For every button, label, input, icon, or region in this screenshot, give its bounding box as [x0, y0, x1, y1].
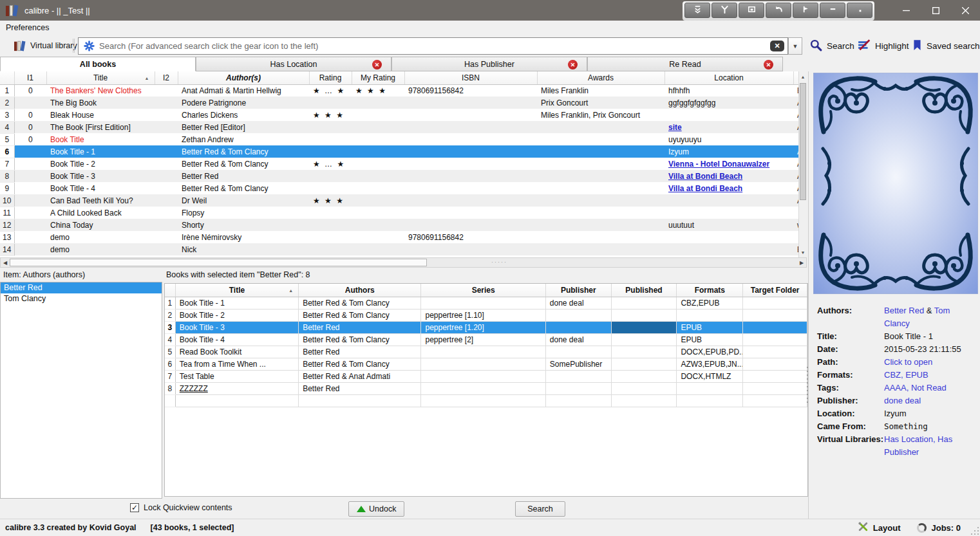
chevrons-down-button[interactable] [684, 3, 710, 18]
location-link[interactable]: Vienna - Hotel Donauwalzer [668, 160, 769, 169]
quickview-row[interactable]: 2Book Title - 2Better Red & Tom Clancype… [165, 309, 807, 321]
location-link[interactable]: Villa at Bondi Beach [668, 172, 742, 181]
quickview-row[interactable]: 8ZZZZZZBetter Red [165, 382, 807, 394]
horizontal-scrollbar[interactable]: ◀ ▶ ····· [0, 257, 807, 268]
cell-title: The Bankers' New Clothes [46, 84, 155, 97]
table-row[interactable]: 7Book Title - 2Better Red & Tom Clancy★ … [0, 158, 798, 170]
maximize-button[interactable] [921, 0, 950, 21]
close-button[interactable] [950, 0, 980, 21]
column-header-i1[interactable]: I1 [14, 71, 46, 84]
column-header-awards[interactable]: Awards [537, 71, 664, 84]
qv-column-header-blank[interactable] [165, 284, 175, 297]
table-row[interactable]: 10Can Bad Teeth Kill You?Dr Weil★ ★ ★A [0, 194, 798, 207]
dash-button[interactable] [820, 3, 845, 18]
tab-has-location[interactable]: Has Location✕ [196, 57, 391, 71]
window-button[interactable] [739, 3, 764, 18]
highlight-button[interactable]: Highlight [858, 37, 909, 55]
tab-close-icon[interactable]: ✕ [568, 60, 578, 69]
column-header-title[interactable]: Title▲ [46, 71, 155, 84]
list-item[interactable]: Tom Clancy [1, 293, 162, 304]
search-input[interactable] [99, 41, 770, 51]
metadata-link[interactable]: Has Location, Has Publisher [884, 434, 952, 457]
quickview-row[interactable]: 4Book Title - 4Better Red & Tom Clancype… [165, 333, 807, 346]
qv-column-header-published[interactable]: Published [611, 284, 677, 297]
virtual-library-button[interactable]: Virtual library [3, 37, 82, 54]
tab-has-publisher[interactable]: Has Publisher✕ [391, 57, 587, 71]
table-row[interactable]: 40The Book [First Edition]Better Red [Ed… [0, 121, 798, 133]
qv-column-header-authors[interactable]: Authors [299, 284, 421, 297]
cell-published [611, 309, 677, 321]
dot-button[interactable] [847, 3, 872, 18]
quickview-search-button[interactable]: Search [515, 501, 565, 517]
search-button[interactable]: Search [810, 37, 854, 55]
quickview-row[interactable]: 7Test TableBetter Red & Anat AdmatiDOCX,… [165, 370, 807, 382]
table-row[interactable]: 30Bleak HouseCharles Dickens★ ★ ★Miles F… [0, 109, 798, 121]
quickview-row[interactable]: 6Tea from a Time When ...Better Red & To… [165, 358, 807, 370]
tab-close-icon[interactable]: ✕ [764, 60, 773, 69]
table-row[interactable]: 13demoIrène Némirovsky9780691156842 [0, 231, 798, 243]
column-header-i2[interactable]: I2 [155, 71, 178, 84]
vertical-scrollbar[interactable]: ▲ ▼ [798, 71, 807, 257]
table-row[interactable]: 14demoNickB [0, 243, 798, 255]
splitter-handle[interactable]: ····· [491, 259, 507, 265]
qv-column-header-series[interactable]: Series [421, 284, 545, 297]
column-header-location[interactable]: Location [664, 71, 793, 84]
table-row[interactable]: 2The Big BookPodere PatrignonePrix Gonco… [0, 97, 798, 109]
quickview-row[interactable]: 5Read Book ToolkitBetter RedDOCX,EPUB,PD… [165, 346, 807, 358]
metadata-link[interactable]: CBZ, EPUB [884, 370, 928, 380]
quickview-row[interactable]: 1Book Title - 1Better Red & Tom Clancydo… [165, 297, 807, 309]
metadata-link[interactable]: done deal [884, 396, 921, 405]
scroll-left-icon[interactable]: ◀ [1, 258, 10, 267]
metadata-link[interactable]: AAAA, Not Read [884, 383, 947, 393]
book-cover[interactable] [813, 73, 978, 294]
layout-button[interactable]: Layout [858, 521, 901, 534]
horizontal-scroll-thumb[interactable] [10, 259, 427, 266]
qv-column-header-publisher[interactable]: Publisher [545, 284, 611, 297]
checkbox-icon[interactable]: ✓ [130, 503, 139, 512]
qv-column-header-title[interactable]: Title▲ [175, 284, 298, 297]
table-row[interactable]: 8Book Title - 3Better RedVilla at Bondi … [0, 170, 798, 182]
undock-button[interactable]: Undock [348, 501, 404, 517]
clear-search-icon[interactable]: ✕ [770, 41, 784, 51]
jobs-button[interactable]: Jobs: 0 [917, 523, 961, 533]
scroll-right-icon[interactable]: ▶ [797, 258, 806, 267]
table-row[interactable]: 50Book TitleZethan Andrewuyuyuuyu [0, 133, 798, 145]
qv-column-header-formats[interactable]: Formats [677, 284, 743, 297]
scroll-down-icon[interactable]: ▼ [799, 247, 807, 257]
menu-preferences[interactable]: Preferences [0, 23, 55, 32]
marker-flag-button[interactable] [793, 3, 818, 18]
tab-all-books[interactable]: All books [0, 57, 196, 71]
list-item[interactable]: Better Red [1, 282, 162, 293]
undo-arrow-button[interactable] [766, 3, 791, 18]
saved-search-button[interactable]: Saved search [912, 37, 980, 55]
minimize-button[interactable] [891, 0, 921, 21]
column-header-blank[interactable] [0, 71, 14, 84]
lock-quickview-checkbox[interactable]: ✓ Lock Quickview contents [130, 503, 232, 512]
gear-icon[interactable] [84, 41, 95, 51]
table-row[interactable]: 9Book Title - 4Better Red & Tom ClancyVi… [0, 182, 798, 194]
column-header-my-rating[interactable]: My Rating [352, 71, 404, 84]
scroll-up-icon[interactable]: ▲ [799, 71, 807, 82]
search-dropdown-button[interactable]: ▼ [788, 37, 802, 55]
quickview-row[interactable]: 3Book Title - 3Better Redpeppertree [1.2… [165, 321, 807, 333]
table-row[interactable]: 12China TodayShortyuuutuutw [0, 219, 798, 231]
location-link[interactable]: site [668, 123, 682, 132]
table-row[interactable]: 6Book Title - 1Better Red & Tom ClancyIz… [0, 145, 798, 158]
tab-close-icon[interactable]: ✕ [372, 60, 382, 69]
cell-authors: Better Red & Tom Clancy [178, 145, 309, 158]
qv-column-header-target-folder[interactable]: Target Folder [743, 284, 807, 297]
tab-re-read[interactable]: Re Read✕ [587, 57, 783, 71]
column-header-isbn[interactable]: ISBN [404, 71, 537, 84]
table-row[interactable]: 10The Bankers' New ClothesAnat Admati & … [0, 84, 798, 97]
cell-authors: Better Red & Tom Clancy [299, 333, 421, 346]
column-header-rating[interactable]: Rating [309, 71, 352, 84]
wrench-button[interactable] [711, 3, 737, 18]
metadata-link[interactable]: Better Red [884, 306, 924, 315]
location-link[interactable]: Villa at Bondi Beach [668, 184, 742, 193]
metadata-link[interactable]: Click to open [884, 357, 932, 367]
vertical-scroll-thumb[interactable] [800, 83, 806, 200]
column-header-blank[interactable] [793, 71, 798, 84]
column-header-author-s-[interactable]: Author(s) [178, 71, 309, 84]
resize-grip[interactable] [970, 526, 979, 535]
table-row[interactable]: 11A Child Looked BackFlopsy [0, 207, 798, 219]
